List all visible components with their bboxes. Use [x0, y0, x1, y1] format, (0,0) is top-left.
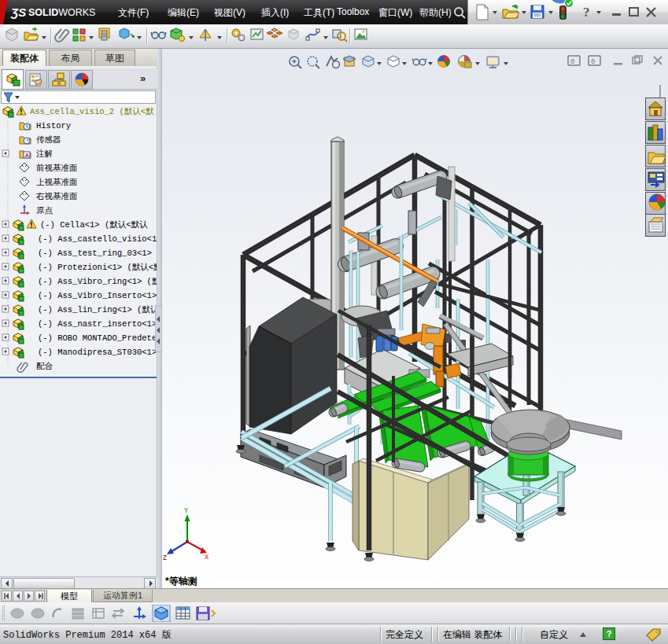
svg-text:(-) Cella<1> (默认<默认: (-) Cella<1> (默认<默认: [40, 220, 148, 230]
svg-text:SOLIDWORKS: SOLIDWORKS: [28, 7, 95, 18]
svg-text:Z: Z: [163, 554, 167, 562]
svg-text:A: A: [25, 152, 30, 159]
svg-text:(-) Protezioni<1> (默认<默: (-) Protezioni<1> (默认<默: [38, 263, 157, 272]
svg-text:ƷS: ƷS: [10, 6, 26, 19]
svg-text:(-) Ass_test_ring_03<1> (默: (-) Ass_test_ring_03<1> (默: [38, 248, 157, 258]
svg-text:传感器: 传感器: [36, 135, 61, 145]
svg-text:?: ?: [583, 5, 590, 20]
svg-text:(-) Ass_Vibro_Inserto<1>: (-) Ass_Vibro_Inserto<1>: [38, 291, 157, 300]
svg-text:Ass_cella_visio_2 (默认<默: Ass_cella_visio_2 (默认<默: [30, 107, 154, 116]
svg-text:原点: 原点: [36, 206, 54, 215]
svg-text:注解: 注解: [36, 149, 53, 159]
svg-text:上视基准面: 上视基准面: [36, 178, 78, 187]
svg-text:Y: Y: [184, 507, 188, 515]
svg-text:(-) Ass_lin_ring<1> (默认: (-) Ass_lin_ring<1> (默认: [38, 305, 157, 315]
svg-text:History: History: [36, 121, 71, 131]
svg-text:右视基准面: 右视基准面: [36, 192, 78, 201]
svg-text:(-) Ass_castello_visio<1>: (-) Ass_castello_visio<1>: [38, 234, 157, 244]
svg-text:配合: 配合: [36, 362, 54, 371]
svg-text:前视基准面: 前视基准面: [36, 164, 78, 173]
svg-text:(-) Ass_Vibro_ring<1> (默: (-) Ass_Vibro_ring<1> (默: [38, 277, 157, 286]
svg-text:(-) Ass_nastr_inserto<1>: (-) Ass_nastr_inserto<1>: [38, 319, 157, 329]
svg-text:(-) ROBO MONTADO_Predeterm: (-) ROBO MONTADO_Predeterm: [38, 333, 157, 343]
svg-text:(-) Manodipresa_ST030<1>: (-) Manodipresa_ST030<1>: [38, 348, 157, 357]
svg-text:X: X: [205, 554, 209, 561]
